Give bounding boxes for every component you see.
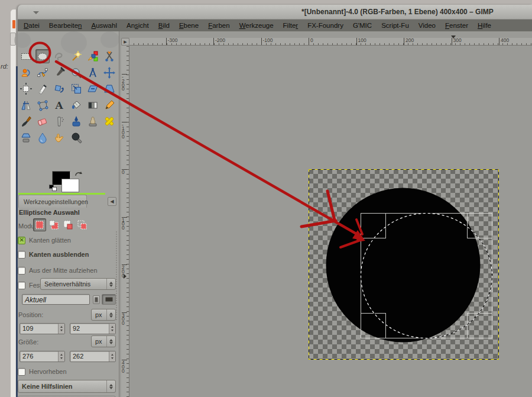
landscape-orientation-button[interactable] bbox=[102, 294, 116, 305]
portrait-orientation-button[interactable] bbox=[93, 295, 100, 304]
background-color-swatch[interactable] bbox=[61, 179, 79, 192]
menu-hilfe[interactable]: Hilfe bbox=[473, 21, 496, 30]
image-menu-button[interactable]: ▶ bbox=[121, 38, 129, 46]
size-width-spinbox[interactable]: 276 bbox=[20, 351, 65, 362]
v-ruler-label: 100 bbox=[122, 217, 127, 230]
tool-ellipse-select[interactable] bbox=[35, 49, 50, 63]
tool-perspective[interactable] bbox=[102, 82, 116, 96]
spinner-arrows-icon[interactable] bbox=[58, 324, 64, 334]
gimp-window: *[Unbenannt]-4.0 (RGB-Farben, 1 Ebene) 4… bbox=[18, 5, 532, 397]
tool-crop[interactable] bbox=[35, 82, 50, 96]
toolbox-decor bbox=[14, 33, 31, 48]
feather-checkbox[interactable] bbox=[18, 251, 25, 259]
menu-fx-foundry[interactable]: FX-Foundry bbox=[303, 21, 348, 30]
dock-collapse-button[interactable]: ◀ bbox=[108, 197, 116, 206]
tool-free-select[interactable] bbox=[52, 49, 66, 63]
dropdown-arrows-icon bbox=[106, 336, 115, 347]
mode-replace-button[interactable] bbox=[33, 218, 46, 231]
selection-handle-bottom-right[interactable] bbox=[468, 314, 492, 338]
menu-fenster[interactable]: Fenster bbox=[440, 21, 473, 30]
menu-auswahl[interactable]: Auswahl bbox=[87, 21, 122, 30]
tool-align[interactable] bbox=[19, 82, 33, 96]
from-center-checkbox[interactable] bbox=[18, 267, 25, 275]
spinner-arrows-icon[interactable] bbox=[58, 351, 64, 362]
tool-measure[interactable] bbox=[86, 66, 100, 80]
tool-foreground-select[interactable] bbox=[19, 66, 33, 80]
tool-move[interactable] bbox=[102, 66, 116, 80]
panel-grip[interactable] bbox=[116, 231, 118, 320]
tool-blend[interactable] bbox=[86, 98, 100, 112]
position-unit-combobox[interactable]: px bbox=[91, 309, 116, 321]
tool-blur-sharpen[interactable] bbox=[35, 131, 50, 145]
menu-filter[interactable]: Filter bbox=[278, 21, 303, 30]
titlebar[interactable]: *[Unbenannt]-4.0 (RGB-Farben, 1 Ebene) 4… bbox=[18, 5, 532, 20]
highlight-checkbox[interactable] bbox=[18, 368, 25, 376]
size-width-value: 276 bbox=[20, 351, 58, 362]
default-colors-icon[interactable] bbox=[49, 185, 57, 192]
position-x-spinbox[interactable]: 109 bbox=[20, 323, 65, 334]
guides-combobox[interactable]: Keine Hilfslinien bbox=[18, 380, 116, 393]
dropdown-arrows-icon bbox=[106, 309, 115, 320]
menu-g-mic[interactable]: G'MIC bbox=[348, 21, 377, 30]
tool-color-picker[interactable] bbox=[52, 66, 66, 80]
mode-intersect-button[interactable] bbox=[76, 218, 89, 231]
size-unit-combobox[interactable]: px bbox=[91, 335, 116, 347]
tool-smudge[interactable] bbox=[52, 131, 66, 145]
canvas-viewport[interactable] bbox=[129, 46, 532, 397]
vertical-ruler[interactable]: -300-200-1000100200300400 bbox=[121, 46, 129, 397]
position-y-value: 92 bbox=[70, 324, 109, 334]
tool-eraser[interactable] bbox=[35, 114, 50, 128]
tool-airbrush[interactable] bbox=[52, 114, 66, 128]
menu-farben[interactable]: Farben bbox=[203, 21, 234, 30]
mode-add-button[interactable] bbox=[47, 218, 60, 231]
tool-heal[interactable] bbox=[102, 114, 116, 128]
tool-cage-transform[interactable] bbox=[35, 98, 50, 112]
position-y-spinbox[interactable]: 92 bbox=[70, 323, 116, 334]
h-ruler-label: 300 bbox=[452, 38, 462, 46]
window-menu-icon[interactable] bbox=[33, 11, 39, 14]
menu-bild[interactable]: Bild bbox=[154, 21, 174, 30]
tool-scale[interactable] bbox=[69, 82, 83, 96]
tool-ink[interactable] bbox=[69, 114, 83, 128]
tool-rectangle-select[interactable] bbox=[19, 49, 33, 63]
menu-ansicht[interactable]: Ansicht bbox=[122, 21, 154, 30]
ruler-pointer-marker-v bbox=[124, 274, 126, 279]
tool-pencil[interactable] bbox=[102, 98, 116, 112]
size-label: Größe: bbox=[18, 338, 38, 346]
fixed-combobox[interactable]: Seitenverhältnis bbox=[40, 278, 116, 290]
menu-bearbeiten[interactable]: Bearbeiten bbox=[44, 21, 87, 30]
tool-rotate[interactable] bbox=[52, 82, 66, 96]
menu-datei[interactable]: Datei bbox=[19, 21, 44, 30]
menu-video[interactable]: Video bbox=[414, 21, 440, 30]
spinner-arrows-icon[interactable] bbox=[109, 324, 115, 334]
tool-text[interactable]: A bbox=[52, 98, 66, 112]
tool-paintbrush[interactable] bbox=[19, 114, 33, 128]
spinner-arrows-icon[interactable] bbox=[109, 351, 115, 362]
size-height-spinbox[interactable]: 262 bbox=[70, 351, 116, 362]
tool-perspective-clone[interactable] bbox=[19, 131, 33, 145]
tool-shear[interactable] bbox=[86, 82, 100, 96]
tool-flip[interactable] bbox=[19, 98, 33, 112]
tool-bucket-fill[interactable] bbox=[69, 98, 83, 112]
tool-zoom[interactable] bbox=[69, 66, 83, 80]
v-ruler-label: 400 bbox=[122, 360, 127, 373]
v-ruler-label: 300 bbox=[122, 312, 127, 325]
antialias-checkbox[interactable] bbox=[18, 237, 25, 244]
tool-clone[interactable] bbox=[86, 114, 100, 128]
swap-colors-icon[interactable] bbox=[74, 170, 83, 177]
tool-dodge-burn[interactable] bbox=[69, 131, 83, 145]
tool-scissors-select[interactable] bbox=[102, 49, 116, 63]
menu-ebene[interactable]: Ebene bbox=[174, 21, 203, 30]
menu-werkzeuge[interactable]: Werkzeuge bbox=[235, 21, 278, 30]
menu-script-fu[interactable]: Script-Fu bbox=[377, 21, 414, 30]
horizontal-ruler[interactable]: -300-200-1000100200300400 bbox=[129, 38, 532, 46]
tab-werkzeugeinstellungen[interactable]: Werkzeugeinstellungen bbox=[18, 195, 87, 208]
aspect-ratio-entry[interactable]: Aktuell bbox=[22, 294, 90, 305]
h-ruler-label: -300 bbox=[166, 38, 178, 46]
tool-paths[interactable] bbox=[35, 66, 50, 80]
dropdown-arrows-icon bbox=[106, 279, 115, 289]
fixed-checkbox[interactable] bbox=[18, 282, 25, 289]
mode-subtract-button[interactable] bbox=[61, 218, 74, 231]
tool-select-by-color[interactable] bbox=[86, 49, 100, 63]
tool-fuzzy-select[interactable] bbox=[69, 49, 83, 63]
